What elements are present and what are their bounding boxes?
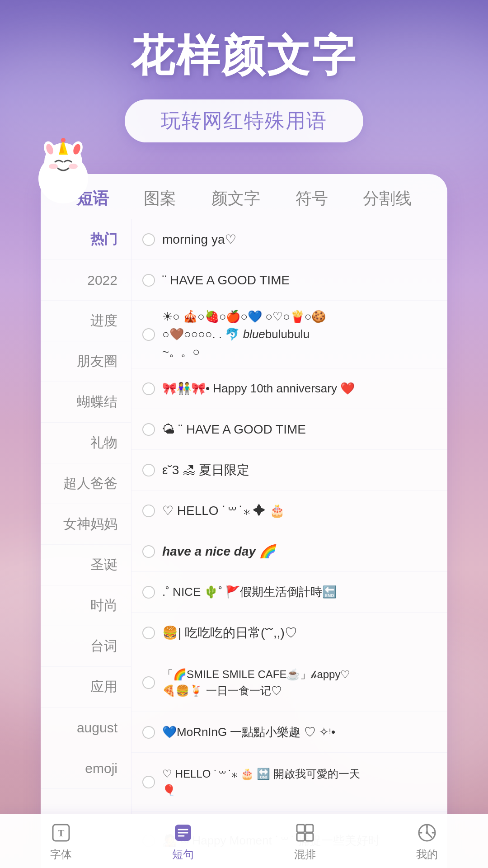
subtitle-pill: 玩转网红特殊用语 bbox=[125, 99, 363, 142]
radio-button[interactable] bbox=[142, 328, 155, 341]
nav-phrases[interactable]: 短句 bbox=[171, 821, 195, 862]
list-item[interactable]: ♡ HELLO ˙꒳˙⁎ 🎂 🔛 開啟我可愛的一天🎈 bbox=[131, 753, 447, 811]
radio-button[interactable] bbox=[142, 464, 155, 476]
item-text-nice-day: have a nice day 🌈 bbox=[162, 542, 436, 561]
cat-august[interactable]: august bbox=[41, 708, 131, 748]
radio-button[interactable] bbox=[142, 423, 155, 436]
nav-mix-label: 混排 bbox=[294, 847, 316, 862]
svg-rect-17 bbox=[297, 825, 305, 832]
radio-button[interactable] bbox=[142, 274, 155, 287]
nav-mine[interactable]: 我的 bbox=[415, 821, 439, 862]
subtitle-text: 玩转网红特殊用语 bbox=[161, 109, 327, 132]
list-item[interactable]: .˚ NICE 🌵˚ 🚩假期生活倒計時🔚 bbox=[131, 572, 447, 613]
svg-rect-18 bbox=[305, 825, 313, 832]
radio-button[interactable] bbox=[142, 382, 155, 395]
tab-kaomoji[interactable]: 颜文字 bbox=[211, 188, 260, 210]
nav-phrases-label: 短句 bbox=[172, 847, 194, 862]
svg-point-10 bbox=[61, 138, 66, 142]
cat-2022[interactable]: 2022 bbox=[41, 260, 131, 301]
radio-button[interactable] bbox=[142, 233, 155, 246]
item-text: ¨ HAVE A GOOD TIME bbox=[162, 271, 436, 290]
nav-mix[interactable]: 混排 bbox=[293, 821, 317, 862]
cat-app[interactable]: 应用 bbox=[41, 667, 131, 708]
list-item[interactable]: 🌤 ¨ HAVE A GOOD TIME bbox=[131, 409, 447, 450]
list-item[interactable]: 🎀👫🎀• Happy 10th anniversary ❤️ bbox=[131, 368, 447, 409]
cat-gift[interactable]: 礼物 bbox=[41, 423, 131, 463]
list-item[interactable]: ☀○ 🎪○🍓○🍎○💙 ○♡○🍟○🍪○🤎○○○○. . 🐬 bluebulubul… bbox=[131, 301, 447, 368]
content-column: morning ya♡ ¨ HAVE A GOOD TIME ☀○ 🎪○🍓○🍎○… bbox=[131, 219, 447, 868]
list-body: 热门 2022 进度 朋友圈 蝴蝶结 礼物 超人爸爸 女神妈妈 圣诞 时尚 台词… bbox=[41, 219, 447, 868]
radio-button[interactable] bbox=[142, 545, 155, 558]
category-column: 热门 2022 进度 朋友圈 蝴蝶结 礼物 超人爸爸 女神妈妈 圣诞 时尚 台词… bbox=[41, 219, 131, 868]
item-text: ε˘3 🏖 夏日限定 bbox=[162, 461, 436, 480]
nav-font[interactable]: T 字体 bbox=[49, 821, 73, 862]
svg-point-9 bbox=[69, 164, 78, 169]
item-text: ♡ HELLO ˙꒳˙⁎ ✦ 🎂 bbox=[162, 501, 436, 520]
tab-patterns[interactable]: 图案 bbox=[144, 188, 176, 210]
item-text: ☀○ 🎪○🍓○🍎○💙 ○♡○🍟○🍪○🤎○○○○. . 🐬 bluebulubul… bbox=[162, 308, 436, 361]
tab-symbols[interactable]: 符号 bbox=[296, 188, 328, 210]
svg-point-8 bbox=[49, 164, 58, 169]
cat-christmas[interactable]: 圣诞 bbox=[41, 545, 131, 585]
cat-emoji[interactable]: emoji bbox=[41, 748, 131, 789]
list-item[interactable]: 「🌈SMILE SMILE CAFE☕」𝒽appy♡🍕🍔🍹 一日一食一记♡ bbox=[131, 653, 447, 712]
cat-lines[interactable]: 台词 bbox=[41, 626, 131, 667]
radio-button[interactable] bbox=[142, 776, 155, 788]
item-text: 「🌈SMILE SMILE CAFE☕」𝒽appy♡🍕🍔🍹 一日一食一记♡ bbox=[162, 666, 436, 699]
cat-progress[interactable]: 进度 bbox=[41, 301, 131, 341]
nav-font-label: 字体 bbox=[50, 847, 72, 862]
svg-text:T: T bbox=[58, 827, 65, 839]
cat-goddessmom[interactable]: 女神妈妈 bbox=[41, 504, 131, 545]
svg-rect-19 bbox=[297, 833, 305, 841]
page-title: 花样颜文字 bbox=[131, 27, 357, 86]
tabs-row: 短语 图案 颜文字 符号 分割线 bbox=[41, 174, 447, 219]
list-item[interactable]: have a nice day 🌈 bbox=[131, 531, 447, 572]
mascot-icon bbox=[27, 136, 99, 208]
cat-bowtie[interactable]: 蝴蝶结 bbox=[41, 382, 131, 423]
mix-icon bbox=[293, 821, 317, 844]
svg-point-22 bbox=[426, 831, 428, 834]
cat-fashion[interactable]: 时尚 bbox=[41, 585, 131, 626]
radio-button[interactable] bbox=[142, 505, 155, 517]
list-item[interactable]: 💙MoRnInG 一點點小樂趣 ♡ ✧ᵎ• bbox=[131, 712, 447, 753]
item-text: 🍔| 吃吃吃的日常(˘˘,,)♡ bbox=[162, 623, 436, 642]
list-item[interactable]: ε˘3 🏖 夏日限定 bbox=[131, 450, 447, 491]
main-card: 短语 图案 颜文字 符号 分割线 热门 2022 进度 朋友圈 蝴蝶结 礼物 超… bbox=[41, 174, 447, 868]
phrases-icon bbox=[171, 821, 195, 844]
item-text: .˚ NICE 🌵˚ 🚩假期生活倒計時🔚 bbox=[162, 583, 436, 601]
font-icon: T bbox=[49, 821, 73, 844]
tab-dividers[interactable]: 分割线 bbox=[363, 188, 412, 210]
svg-rect-20 bbox=[305, 833, 313, 841]
radio-button[interactable] bbox=[142, 627, 155, 639]
mine-icon bbox=[415, 821, 439, 844]
radio-button[interactable] bbox=[142, 726, 155, 739]
list-item[interactable]: ♡ HELLO ˙꒳˙⁎ ✦ 🎂 bbox=[131, 491, 447, 531]
bottom-navigation: T 字体 短句 混排 bbox=[0, 814, 488, 868]
cat-superdad[interactable]: 超人爸爸 bbox=[41, 463, 131, 504]
item-text: 🎀👫🎀• Happy 10th anniversary ❤️ bbox=[162, 380, 436, 397]
item-text: morning ya♡ bbox=[162, 230, 436, 249]
item-text: ♡ HELLO ˙꒳˙⁎ 🎂 🔛 開啟我可愛的一天🎈 bbox=[162, 766, 436, 798]
list-item[interactable]: 🍔| 吃吃吃的日常(˘˘,,)♡ bbox=[131, 613, 447, 653]
item-text: 💙MoRnInG 一點點小樂趣 ♡ ✧ᵎ• bbox=[162, 723, 436, 741]
cat-hot[interactable]: 热门 bbox=[41, 219, 131, 260]
list-item[interactable]: ¨ HAVE A GOOD TIME bbox=[131, 260, 447, 301]
nav-mine-label: 我的 bbox=[416, 847, 438, 862]
list-item[interactable]: morning ya♡ bbox=[131, 219, 447, 260]
radio-button[interactable] bbox=[142, 676, 155, 689]
cat-moments[interactable]: 朋友圈 bbox=[41, 341, 131, 382]
radio-button[interactable] bbox=[142, 586, 155, 599]
item-text: 🌤 ¨ HAVE A GOOD TIME bbox=[162, 420, 436, 439]
